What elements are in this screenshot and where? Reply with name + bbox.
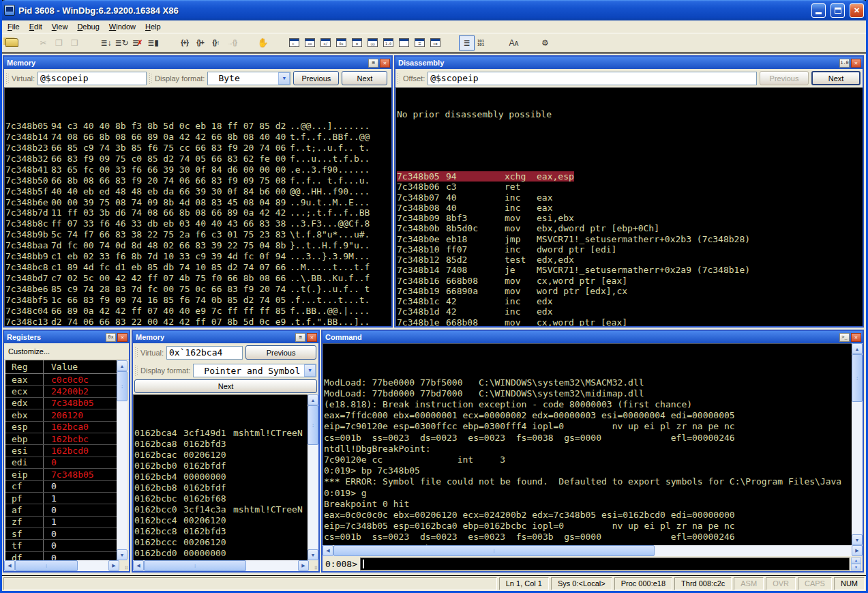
scroll-right-icon[interactable]: ▶	[852, 545, 863, 556]
memory-dock-icon[interactable]: ⊞	[368, 59, 378, 68]
memory2-dock-icon[interactable]: ⊞	[295, 333, 305, 342]
menu-view[interactable]: View	[47, 21, 73, 33]
chevron-down-icon[interactable]: ▼	[278, 72, 290, 85]
scrollbar-thumb[interactable]	[308, 405, 318, 445]
virtual-address-input[interactable]	[38, 72, 147, 85]
menu-window[interactable]: Window	[104, 21, 140, 33]
break-button[interactable]: ≣▮	[145, 35, 161, 50]
next-button[interactable]: Next	[342, 71, 387, 85]
menu-debug[interactable]: Debug	[72, 21, 104, 33]
previous-button[interactable]: Previous	[293, 71, 339, 85]
font-button[interactable]: Aᴀ	[506, 35, 522, 50]
disassembly-dock-icon[interactable]: 1.0	[839, 59, 850, 68]
memory-row: 0162bcb400000000	[134, 472, 306, 482]
options-button[interactable]: ⚙	[537, 35, 553, 50]
scroll-up-icon[interactable]: ▲	[852, 343, 863, 354]
scratch-pad-window-button[interactable]	[396, 35, 412, 50]
virtual-address-input[interactable]	[166, 346, 243, 360]
memory-row: 7c348c13d2 74 06 66 83 22 00 42 42 ff 07…	[5, 317, 390, 326]
step-over-button[interactable]: {}+	[192, 35, 208, 50]
command-close-icon[interactable]	[851, 333, 861, 342]
scroll-up-icon[interactable]: ▲	[117, 360, 128, 371]
command-spinner[interactable]: ▲▼	[851, 558, 861, 570]
watch-window-button[interactable]: oo	[302, 35, 318, 50]
scroll-down-icon[interactable]: ▼	[852, 534, 863, 545]
spin-down-icon[interactable]: ▼	[851, 564, 861, 570]
scroll-left-icon[interactable]: ◀	[133, 560, 144, 571]
next-button[interactable]: Next	[811, 71, 860, 85]
registers-table[interactable]: Reg Value eaxc0c0c0cecx24200b2edx7c348b0…	[5, 360, 117, 560]
memory2-vscrollbar[interactable]: ▲ ▼	[308, 394, 318, 560]
stop-debugging-button[interactable]: ≣	[130, 35, 145, 50]
restart-button[interactable]: ≣↻	[114, 35, 130, 50]
copy-button[interactable]: ❐	[51, 35, 67, 50]
status-process: Proc 000:e18	[614, 577, 672, 590]
memory2-hscrollbar[interactable]: ◀ ▶	[133, 560, 309, 571]
next-button[interactable]: Next	[134, 379, 317, 393]
menu-edit[interactable]: Edit	[25, 21, 47, 33]
command-output[interactable]: ModLoad: 77be0000 77bf5000 C:\WINDOWS\sy…	[323, 343, 852, 545]
offset-input[interactable]	[428, 72, 757, 85]
scroll-down-icon[interactable]: ▼	[117, 549, 128, 560]
chevron-down-icon[interactable]: ▼	[304, 364, 316, 377]
customize-button[interactable]: Customize...	[4, 343, 129, 360]
call-stack-window-button[interactable]: ❏❏	[365, 35, 380, 50]
scrollbar-thumb[interactable]	[117, 371, 128, 401]
resize-grip[interactable]: ⠿	[309, 560, 318, 571]
scroll-left-icon[interactable]: ◀	[4, 560, 15, 571]
run-to-cursor-button[interactable]: →{}	[224, 35, 239, 50]
go-button[interactable]: ≣↓	[98, 35, 114, 50]
scroll-left-icon[interactable]: ◀	[323, 545, 333, 556]
scrollbar-thumb[interactable]	[852, 354, 863, 402]
step-into-button[interactable]: {+}	[177, 35, 192, 50]
display-format-select[interactable]: Byte ▼	[207, 72, 290, 85]
menu-help[interactable]: Help	[140, 21, 166, 33]
resize-grip[interactable]: ⠿	[119, 560, 129, 571]
registers-hscrollbar[interactable]: ◀ ▶	[4, 560, 119, 571]
previous-button[interactable]: Previous	[760, 71, 809, 85]
scrollbar-thumb[interactable]	[333, 545, 655, 556]
command-input[interactable]	[360, 558, 850, 570]
cut-button[interactable]: ✂	[35, 35, 51, 50]
scroll-right-icon[interactable]: ▶	[298, 560, 309, 571]
command-window-button[interactable]: >_	[286, 35, 302, 50]
step-out-button[interactable]: {}↑	[208, 35, 224, 50]
registers-window-button[interactable]: 0x	[333, 35, 349, 50]
display-format-select[interactable]: Pointer and Symbol ▼	[193, 364, 316, 377]
memory2-close-icon[interactable]	[307, 333, 317, 342]
registers-close-icon[interactable]	[117, 333, 128, 342]
command-browser-window-button[interactable]: >≡	[428, 35, 443, 50]
scroll-right-icon[interactable]: ▶	[108, 560, 119, 571]
previous-button[interactable]: Previous	[245, 345, 316, 360]
memory-window-button[interactable]: ≡	[349, 35, 365, 50]
locals-window-button[interactable]: o/	[318, 35, 333, 50]
scroll-down-icon[interactable]: ▼	[308, 549, 318, 560]
close-button[interactable]: ✕	[850, 3, 864, 18]
registers-vscrollbar[interactable]: ▲ ▼	[117, 360, 128, 560]
source-mode-toggle-button[interactable]: ≣	[459, 35, 475, 50]
disassembly-close-icon[interactable]	[851, 59, 861, 68]
minimize-button[interactable]	[811, 3, 826, 18]
scrollbar-thumb[interactable]	[144, 560, 246, 571]
disassembly-window-button[interactable]: 1.0	[380, 35, 396, 50]
paste-button[interactable]: ❒	[67, 35, 83, 50]
disassembly-listing[interactable]: No prior disassembly possible 7c348b0594…	[395, 87, 863, 326]
memory2-dump[interactable]: 0162bca43cf149d1mshtml!CTreeN0162bca8016…	[133, 394, 308, 560]
registers-dock-icon[interactable]: 0x	[106, 333, 116, 342]
memory-hex-dump[interactable]: 7c348b0594 c3 40 40 8b f3 8b 5d 0c eb 18…	[4, 87, 391, 326]
processes-threads-window-button[interactable]: ☰	[412, 35, 428, 50]
command-vscrollbar[interactable]: ▲ ▼	[852, 343, 863, 545]
spin-up-icon[interactable]: ▲	[851, 558, 861, 564]
command-hscrollbar[interactable]: ◀ ▶	[323, 545, 863, 556]
maximize-button[interactable]	[830, 3, 845, 18]
memory-display-button[interactable]: 101 101	[475, 35, 490, 50]
insert-remove-breakpoint-button[interactable]: ✋	[255, 35, 271, 50]
gripper-icon	[135, 365, 138, 376]
disassembly-row: 7c348b0594xchgeax,esp	[397, 171, 574, 182]
scroll-up-icon[interactable]: ▲	[308, 394, 318, 405]
menu-file[interactable]: File	[3, 21, 25, 33]
scrollbar-thumb[interactable]	[15, 560, 78, 571]
command-dock-icon[interactable]: >_	[839, 333, 850, 342]
memory-close-icon[interactable]	[380, 59, 390, 68]
open-source-file-button[interactable]	[4, 35, 20, 50]
